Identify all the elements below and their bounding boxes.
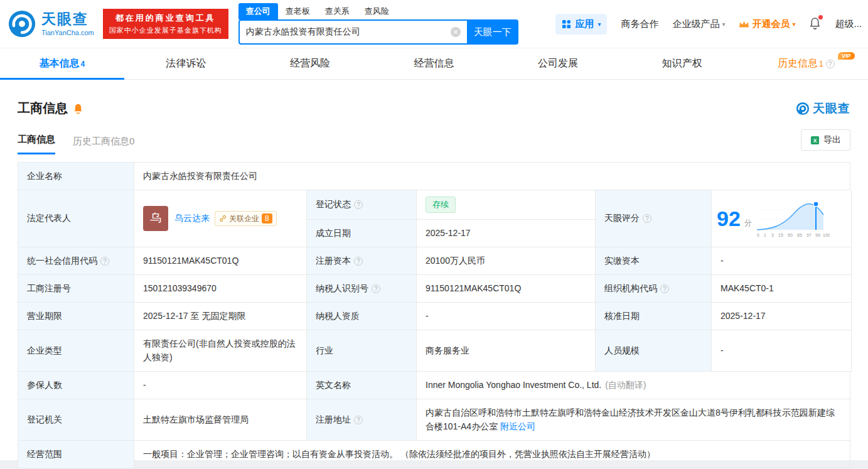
nav-super[interactable]: 超级... bbox=[835, 18, 862, 30]
field-label-reg-number: 工商注册号 bbox=[18, 275, 134, 303]
tab-basic-info[interactable]: 基本信息4 bbox=[0, 48, 124, 79]
export-button[interactable]: X 导出 bbox=[801, 129, 850, 151]
nav-cooperation[interactable]: 商务合作 bbox=[621, 18, 658, 30]
tianyancha-logo[interactable]: 天眼查 TianYanCha.com bbox=[8, 9, 94, 38]
svg-text:100: 100 bbox=[823, 233, 830, 237]
search-tab-company[interactable]: 查公司 bbox=[238, 3, 278, 19]
tab-legal-litigation[interactable]: 法律诉讼 bbox=[124, 48, 249, 79]
svg-text:99: 99 bbox=[815, 233, 820, 237]
score-label-text: 天眼评分 bbox=[604, 212, 640, 225]
watermark-logo: 天眼查 bbox=[796, 100, 850, 117]
tab-history-info-count: 1 bbox=[819, 60, 823, 68]
svg-text:3: 3 bbox=[771, 233, 774, 237]
related-companies-chip[interactable]: 关联企业 8 bbox=[215, 211, 277, 227]
business-info-table: 企业名称 内蒙古永皓投资有限责任公司 法定代表人 乌 乌云达来 关联企业 8 bbox=[18, 162, 850, 468]
tab-intellectual-property-label: 知识产权 bbox=[662, 57, 702, 70]
field-value-org-code: MAK45CT0-1 bbox=[712, 275, 852, 303]
nav-apps-label: 应用 bbox=[575, 18, 594, 30]
field-label-paid-capital: 实缴资本 bbox=[596, 247, 712, 275]
nav-enterprise[interactable]: 企业级产品 ▾ bbox=[672, 18, 725, 30]
field-value-reg-number: 150121039349670 bbox=[134, 275, 307, 303]
chevron-down-icon: ▾ bbox=[722, 21, 725, 28]
clear-search-icon[interactable]: ✕ bbox=[451, 27, 461, 37]
field-value-reg-address: 内蒙古自治区呼和浩特市土默特左旗呼和浩特金山经济技术开发区金山大道8号伊利乳都科… bbox=[417, 399, 850, 441]
tab-basic-info-label: 基本信息 bbox=[39, 57, 79, 70]
field-label-approval-date: 核准日期 bbox=[596, 303, 712, 330]
help-icon[interactable]: ? bbox=[643, 214, 651, 223]
field-value-taxpayer-id: 91150121MAK45CT01Q bbox=[417, 275, 596, 303]
field-label-reg-authority: 登记机关 bbox=[18, 399, 134, 441]
field-value-insured-count: - bbox=[134, 372, 307, 399]
link-icon bbox=[219, 215, 227, 222]
tab-operation-risk-label: 经营风险 bbox=[290, 57, 330, 70]
field-value-score[interactable]: 92 分 0 1 3 15 50 85 bbox=[712, 190, 852, 247]
field-value-english-name: Inner Mongolia Yonghao Investment Co., L… bbox=[417, 372, 850, 399]
promo-line1: 都在用的商业查询工具 bbox=[109, 13, 222, 24]
svg-text:85: 85 bbox=[797, 233, 802, 237]
page-title: 工商信息 bbox=[18, 100, 68, 117]
nav-open-vip[interactable]: 开通会员 ▾ bbox=[739, 18, 795, 30]
legal-rep-link[interactable]: 乌云达来 bbox=[174, 212, 210, 225]
tab-company-development[interactable]: 公司发展 bbox=[496, 48, 620, 79]
crown-icon bbox=[739, 20, 749, 28]
table-row: 统一社会信用代码 ? 91150121MAK45CT01Q 注册资本 ? 201… bbox=[18, 247, 850, 275]
reg-address-text: 内蒙古自治区呼和浩特市土默特左旗呼和浩特金山经济技术开发区金山大道8号伊利乳都科… bbox=[426, 407, 835, 431]
help-icon[interactable]: ? bbox=[660, 284, 669, 293]
field-label-english-name: 英文名称 bbox=[307, 372, 417, 399]
page: 天眼查 TianYanCha.com 都在用的商业查询工具 国家中小企业发展子基… bbox=[0, 0, 868, 469]
svg-text:0: 0 bbox=[757, 233, 759, 237]
tab-intellectual-property[interactable]: 知识产权 bbox=[620, 48, 744, 79]
related-companies-label: 关联企业 bbox=[229, 213, 259, 225]
field-label-legal-rep: 法定代表人 bbox=[18, 190, 134, 247]
field-label-score: 天眼评分 ? bbox=[596, 190, 712, 247]
nav-apps[interactable]: 应用 ▾ bbox=[555, 14, 607, 35]
taxpayer-id-label-text: 纳税人识别号 bbox=[316, 282, 368, 296]
promo-badge: 都在用的商业查询工具 国家中小企业发展子基金旗下机构 bbox=[103, 9, 228, 39]
help-icon[interactable]: ? bbox=[372, 284, 380, 293]
help-icon[interactable]: ? bbox=[354, 257, 363, 266]
tab-basic-info-count: 4 bbox=[80, 60, 85, 68]
english-name-text: Inner Mongolia Yonghao Investment Co., L… bbox=[426, 379, 601, 392]
field-value-staff-size: - bbox=[712, 330, 852, 372]
field-label-company-type: 企业类型 bbox=[18, 330, 134, 372]
tab-operation-info[interactable]: 经营信息 bbox=[372, 48, 496, 79]
apps-grid-icon bbox=[562, 19, 571, 29]
field-value-company-type: 有限责任公司(非自然人投资或控股的法人独资) bbox=[134, 330, 307, 372]
search-tab-risk[interactable]: 查风险 bbox=[357, 3, 397, 19]
subtab-history-business-info[interactable]: 历史工商信息0 bbox=[73, 136, 134, 154]
subtab-business-info[interactable]: 工商信息 bbox=[18, 134, 55, 154]
tianyancha-logo-icon bbox=[8, 9, 36, 38]
help-icon[interactable]: ? bbox=[354, 416, 363, 424]
tab-operation-risk[interactable]: 经营风险 bbox=[248, 48, 372, 79]
nearby-companies-link[interactable]: 附近公司 bbox=[500, 421, 535, 431]
excel-icon: X bbox=[810, 136, 820, 145]
field-label-reg-capital: 注册资本 ? bbox=[307, 247, 417, 275]
promo-line2: 国家中小企业发展子基金旗下机构 bbox=[109, 26, 222, 35]
field-value-approval-date: 2025-12-17 bbox=[712, 303, 852, 330]
help-icon[interactable]: ? bbox=[826, 60, 835, 68]
tianyancha-logo-icon bbox=[796, 102, 810, 116]
field-label-insured-count: 参保人数 bbox=[18, 372, 134, 399]
search-button[interactable]: 天眼一下 bbox=[467, 19, 518, 45]
help-icon[interactable]: ? bbox=[100, 257, 109, 266]
notification-bell-icon[interactable] bbox=[809, 17, 821, 31]
nav-enterprise-label: 企业级产品 bbox=[672, 18, 719, 30]
reg-capital-label-text: 注册资本 bbox=[316, 254, 351, 268]
search-input[interactable] bbox=[246, 27, 451, 37]
search-tab-relation[interactable]: 查关系 bbox=[318, 3, 357, 19]
reg-status-label-text: 登记状态 bbox=[316, 198, 351, 212]
help-icon[interactable]: ? bbox=[354, 200, 363, 209]
table-row: 企业类型 有限责任公司(非自然人投资或控股的法人独资) 行业 商务服务业 人员规… bbox=[18, 330, 850, 372]
field-label-staff-size: 人员规模 bbox=[596, 330, 712, 372]
field-label-reg-address: 注册地址 ? bbox=[307, 399, 417, 441]
tab-legal-litigation-label: 法律诉讼 bbox=[166, 57, 206, 70]
subscribe-bell-icon[interactable] bbox=[73, 103, 83, 114]
field-label-establish-date: 成立日期 bbox=[307, 220, 417, 247]
auto-translate-note: (自动翻译) bbox=[605, 379, 646, 392]
reg-address-label-text: 注册地址 bbox=[316, 413, 351, 427]
avatar[interactable]: 乌 bbox=[143, 206, 168, 231]
field-value-legal-rep: 乌 乌云达来 关联企业 8 bbox=[134, 190, 307, 247]
status-badge: 存续 bbox=[426, 197, 456, 213]
tab-history-info[interactable]: VIP 历史信息1 ? bbox=[744, 48, 868, 79]
search-tab-boss[interactable]: 查老板 bbox=[278, 3, 318, 19]
